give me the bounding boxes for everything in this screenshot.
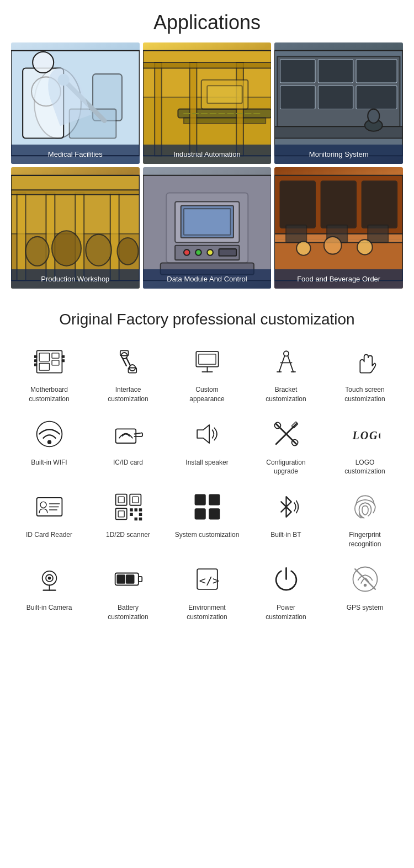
custom-item-power: Powercustomization (248, 560, 324, 622)
svg-rect-58 (362, 181, 397, 228)
svg-rect-46 (184, 209, 231, 235)
custom-item-iccard: IC/ID card (90, 415, 166, 477)
svg-rect-69 (39, 363, 49, 370)
svg-rect-26 (319, 86, 353, 109)
battery-icon (109, 560, 147, 599)
svg-point-38 (52, 231, 81, 265)
svg-rect-67 (52, 353, 59, 358)
svg-rect-25 (280, 86, 315, 109)
custom-item-touchscreen: Touch screencustomization (327, 342, 403, 404)
camera-icon (30, 560, 68, 599)
svg-point-48 (184, 249, 190, 255)
config-icon (267, 415, 305, 454)
svg-rect-24 (356, 60, 397, 83)
svg-rect-56 (280, 181, 315, 228)
custom-item-bt: Built-in BT (248, 487, 324, 549)
svg-rect-106 (118, 497, 124, 503)
svg-rect-105 (115, 494, 126, 505)
app-card-industrial: Industrial Automation (143, 42, 272, 164)
bracket-label: Bracketcustomization (266, 385, 306, 404)
power-label: Powercustomization (266, 603, 306, 622)
svg-point-101 (40, 502, 46, 508)
svg-rect-114 (130, 513, 133, 516)
svg-rect-118 (195, 494, 205, 504)
gps-label: GPS system (347, 603, 384, 613)
svg-point-49 (195, 249, 201, 255)
scanner-icon (109, 487, 147, 526)
customization-section: Original Factory professional customizat… (0, 300, 414, 643)
bt-icon (267, 487, 305, 526)
svg-rect-74 (62, 359, 65, 361)
svg-rect-130 (126, 575, 134, 583)
idreader-icon (30, 487, 68, 526)
gps-icon (346, 560, 384, 599)
svg-rect-108 (132, 497, 138, 503)
custom-item-wifi: Built-in WIFI (11, 415, 87, 477)
custom-item-interface: Interfacecustomization (90, 342, 166, 404)
custom-item-speaker: Install speaker (169, 415, 245, 477)
svg-rect-109 (115, 508, 126, 519)
svg-rect-111 (130, 508, 133, 512)
appearance-label: Customappearance (189, 385, 224, 404)
svg-point-30 (368, 109, 380, 123)
svg-text:LOGO: LOGO (352, 429, 380, 441)
logo-label: LOGOcustomization (344, 458, 385, 477)
custom-item-config: Configurationupgrade (248, 415, 324, 477)
svg-rect-4 (70, 109, 116, 139)
app-label-food: Food and Beverage Order (274, 269, 403, 289)
svg-rect-13 (155, 62, 162, 156)
app-label-production: Production Workshop (11, 269, 140, 289)
svg-point-6 (33, 52, 54, 73)
environment-label: Environmentcustomization (187, 603, 227, 622)
custom-item-bracket: Bracketcustomization (248, 342, 324, 404)
applications-grid: Medical Facilities (0, 42, 414, 300)
svg-text:</>: </> (199, 574, 219, 587)
svg-rect-14 (189, 62, 197, 156)
svg-rect-121 (209, 509, 219, 519)
custom-item-idreader: ID Card Reader (11, 487, 87, 549)
custom-item-environment: </> Environmentcustomization (169, 560, 245, 622)
motherboard-icon (30, 342, 68, 381)
svg-rect-28 (274, 126, 403, 138)
svg-point-136 (363, 584, 367, 587)
svg-rect-22 (280, 60, 315, 83)
bracket-icon (267, 342, 305, 381)
wifi-icon (30, 415, 68, 454)
iccard-label: IC/ID card (113, 458, 143, 467)
custom-item-gps: GPS system (327, 560, 403, 622)
customization-row-2: Built-in WIFI IC/ID card (6, 415, 408, 477)
custom-item-logo: LOGO LOGOcustomization (327, 415, 403, 477)
svg-rect-36 (110, 193, 119, 281)
svg-rect-18 (207, 86, 242, 103)
app-card-food: Food and Beverage Order (274, 167, 403, 289)
camera-label: Built-in Camera (26, 603, 72, 613)
svg-line-77 (126, 358, 130, 366)
svg-rect-70 (34, 355, 37, 358)
svg-rect-73 (62, 355, 65, 358)
svg-point-124 (47, 577, 51, 580)
svg-rect-59 (286, 225, 306, 243)
svg-rect-116 (134, 517, 137, 520)
svg-rect-27 (356, 86, 397, 109)
customization-title: Original Factory professional customizat… (6, 311, 408, 328)
appearance-icon (188, 342, 226, 381)
customization-row-1: Motherboard customization Interfacecusto… (6, 342, 408, 404)
svg-point-8 (58, 74, 70, 86)
app-card-medical: Medical Facilities (11, 42, 140, 164)
custom-item-system: System customization (169, 487, 245, 549)
svg-point-64 (358, 239, 373, 254)
svg-rect-115 (139, 513, 142, 516)
config-label: Configurationupgrade (266, 458, 305, 477)
applications-title: Applications (0, 0, 414, 42)
custom-item-battery: Batterycustomization (90, 560, 166, 622)
svg-rect-41 (11, 190, 140, 194)
svg-rect-72 (34, 364, 37, 366)
battery-label: Batterycustomization (108, 603, 148, 622)
svg-point-40 (117, 238, 138, 265)
custom-item-fingerprint: Fingerprintrecognition (327, 487, 403, 549)
svg-rect-66 (39, 353, 49, 361)
fingerprint-label: Fingerprintrecognition (349, 530, 381, 549)
interface-label: Interfacecustomization (108, 385, 148, 404)
svg-point-50 (207, 249, 213, 255)
svg-rect-112 (134, 508, 137, 512)
